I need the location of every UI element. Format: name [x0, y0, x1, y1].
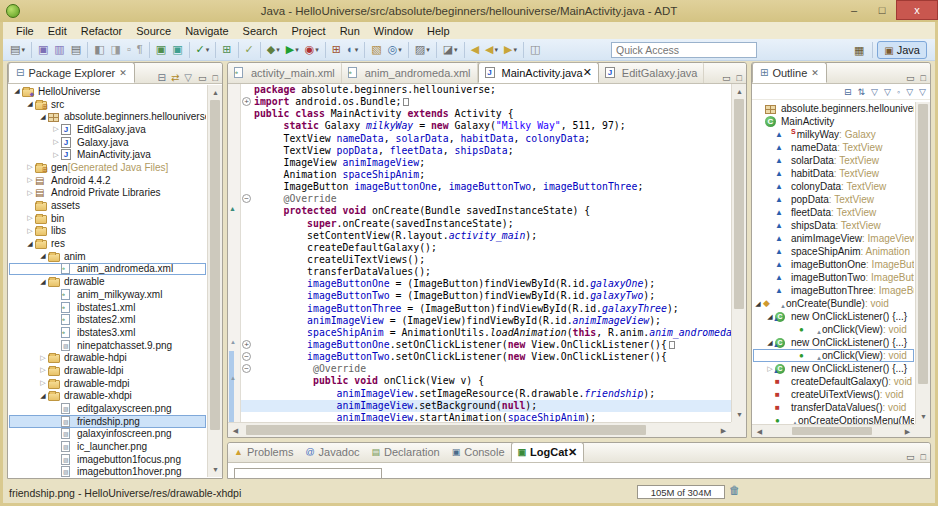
outline-item[interactable]: ▲solarData : TextView [753, 154, 914, 167]
run-external-tools-button[interactable]: ◨ [109, 41, 123, 59]
outline-item[interactable]: ●▲onClick(View) : void [753, 349, 914, 362]
minimize-button[interactable]: – [840, 0, 868, 20]
package-explorer-item[interactable]: ◢res [9, 237, 206, 250]
open-perspective-button[interactable]: ▦ [850, 42, 868, 58]
package-explorer-item[interactable]: ic_launcher.png [9, 440, 206, 453]
menu-help[interactable]: Help [420, 24, 457, 38]
lint-check-button[interactable]: ✓ [243, 41, 256, 59]
package-explorer-item[interactable]: imagebutton1focus.png [9, 453, 206, 466]
outline-item[interactable]: ▲habitData : TextView [753, 167, 914, 180]
outline-item[interactable]: ◢◆▲onCreate(Bundle) : void [753, 297, 914, 310]
outline-item[interactable]: CMainActivity [753, 115, 914, 128]
expand-arrow-icon[interactable]: ▷ [25, 176, 35, 184]
minimize-view-icon[interactable]: ▭ [906, 452, 915, 462]
show-whitespace-button[interactable]: ¶ [135, 41, 145, 59]
expand-arrow-icon[interactable]: ▷ [25, 189, 35, 197]
outline-item[interactable]: ▲popData : TextView [753, 193, 914, 206]
editor-tab-activity_main-xml[interactable]: activity_main.xml [228, 62, 342, 83]
menu-navigate[interactable]: Navigate [178, 24, 235, 38]
code-line[interactable]: spaceShipAnim = AnimationUtils.loadAnima… [228, 327, 731, 339]
expand-arrow-icon[interactable]: ◢ [753, 300, 763, 308]
package-explorer-item[interactable]: ▷JMainActivity.java [9, 148, 206, 161]
back-button[interactable]: ◀▾ [483, 41, 500, 59]
package-explorer-item[interactable]: imagebutton1hover.png [9, 466, 206, 477]
quick-access-input[interactable] [611, 42, 757, 58]
expand-arrow-icon[interactable]: ▷ [38, 354, 48, 362]
package-explorer-item[interactable]: ▷drawable-ldpi [9, 364, 206, 377]
dropdown-arrow-icon[interactable]: ▾ [206, 46, 210, 54]
menu-run[interactable]: Run [333, 24, 367, 38]
minimize-view-icon[interactable]: ▭ [198, 73, 207, 83]
editor-vscrollbar[interactable]: ▲ ▼ [731, 84, 746, 422]
editor-tab-anim_andromeda-xml[interactable]: anim_andromeda.xml [342, 62, 478, 83]
profile-button[interactable]: ◉▾ [303, 41, 321, 59]
package-explorer-item[interactable]: ▷▤Android 4.4.2 [9, 174, 206, 187]
tab-logcat[interactable]: ▣LogCat✕ [511, 442, 585, 462]
menu-edit[interactable]: Edit [41, 24, 74, 38]
package-explorer-item[interactable]: anim_andromeda.xml [9, 263, 206, 276]
save-button[interactable]: ▣ [36, 41, 50, 59]
code-line[interactable]: super.onCreate(savedInstanceState); [228, 218, 731, 230]
outline-item[interactable]: ▲SmilkyWay : Galaxy [753, 128, 914, 141]
outline-item[interactable]: ▲nameData : TextView [753, 141, 914, 154]
scroll-left-arrow[interactable]: ◀ [228, 423, 243, 438]
tab-console[interactable]: ▣Console [446, 442, 511, 462]
close-button[interactable]: x [896, 0, 938, 20]
package-explorer-item[interactable]: ▷▤Android Private Libraries [9, 187, 206, 200]
expand-arrow-icon[interactable]: ▷ [38, 379, 48, 387]
code-line[interactable]: ImageButton imageButtonOne, imageButtonT… [228, 181, 731, 193]
editor-tab-MainActivity-java[interactable]: JMainActivity.java✕ [478, 62, 599, 83]
code-line[interactable]: +import android.os.Bundle; [228, 96, 731, 108]
link-with-editor-icon[interactable]: ⇄ [171, 72, 179, 83]
outline-item[interactable]: ▲animImageView : ImageView [753, 232, 914, 245]
junit-button[interactable]: ⊞ [330, 41, 343, 59]
outline-item[interactable]: ▲imageButtonTwo : ImageButton [753, 271, 914, 284]
folded-region-box[interactable] [669, 341, 675, 349]
hide-non-public-icon[interactable]: ◦ [897, 87, 900, 97]
expand-arrow-icon[interactable]: ▷ [25, 214, 35, 222]
package-explorer-item[interactable]: ibstates1.xml [9, 301, 206, 314]
scroll-right-arrow[interactable]: ▶ [716, 423, 731, 438]
tab-package-explorer[interactable]: ⊟ Package Explorer ✕ [8, 62, 135, 83]
code-line[interactable]: package absolute.beginners.hellouniverse… [228, 84, 731, 96]
expand-arrow-icon[interactable]: ◢ [38, 252, 48, 260]
code-line[interactable]: imageButtonThree = (ImageButton)findView… [228, 303, 731, 315]
search-button[interactable]: ◎▾ [386, 41, 404, 59]
package-explorer-item[interactable]: ◢drawable-xhdpi [9, 390, 206, 403]
collapse-all-icon[interactable]: ⊟ [158, 72, 166, 83]
menu-file[interactable]: File [9, 24, 41, 38]
scroll-up-arrow[interactable]: ▲ [208, 85, 223, 100]
package-explorer-item[interactable]: ▷drawable-mdpi [9, 377, 206, 390]
hide-local-types-icon[interactable]: ▽ [906, 87, 913, 97]
package-explorer-item[interactable]: ▷libs [9, 225, 206, 238]
menu-search[interactable]: Search [236, 24, 285, 38]
outline-item[interactable]: ●▲onClick(View) : void [753, 323, 914, 336]
view-menu-icon[interactable]: ▽ [919, 87, 926, 97]
package-explorer-item[interactable]: ▷drawable-hdpi [9, 351, 206, 364]
package-explorer-item[interactable]: assets [9, 199, 206, 212]
package-explorer-item[interactable]: ▷JGalaxy.java [9, 136, 206, 149]
package-explorer-item[interactable]: ◢src [9, 98, 206, 111]
package-explorer-item[interactable]: ▷gen [Generated Java Files] [9, 161, 206, 174]
package-explorer-item[interactable]: ◢HelloUniverse [9, 85, 206, 98]
hide-fields-icon[interactable]: ▽ [871, 87, 878, 97]
editor-hscrollbar[interactable]: ◀ ▶ [228, 422, 731, 437]
close-view-icon[interactable]: ✕ [811, 68, 819, 78]
code-line[interactable]: public class MainActivity extends Activi… [228, 108, 731, 120]
code-line[interactable]: − imageButtonTwo.setOnClickListener(new … [228, 351, 731, 363]
code-editor[interactable]: package absolute.beginners.hellouniverse… [228, 84, 731, 422]
dropdown-arrow-icon[interactable]: ▾ [276, 46, 280, 54]
garbage-collect-icon[interactable]: 🗑︎ [729, 484, 740, 496]
code-line[interactable]: static Galaxy milkyWay = new Galaxy("Mil… [228, 120, 731, 132]
code-line[interactable]: animImageView = (ImageView)findViewById(… [228, 315, 731, 327]
maximize-view-icon[interactable]: □ [921, 452, 926, 462]
maximize-editor-icon[interactable]: □ [737, 73, 742, 83]
outline-hscrollbar[interactable]: ◀ ▶ [752, 424, 915, 437]
scroll-right-arrow[interactable]: ▶ [900, 425, 915, 440]
code-line[interactable]: Animation spaceShipAnim; [228, 169, 731, 181]
dropdown-arrow-icon[interactable]: ▾ [315, 46, 319, 54]
fold-collapse-icon[interactable]: − [242, 364, 251, 373]
open-resource-button[interactable]: ▧ [369, 41, 383, 59]
outline-vscrollbar[interactable]: ▼ [915, 102, 930, 424]
code-line[interactable]: animImageView.setImageResource(R.drawabl… [228, 388, 731, 400]
